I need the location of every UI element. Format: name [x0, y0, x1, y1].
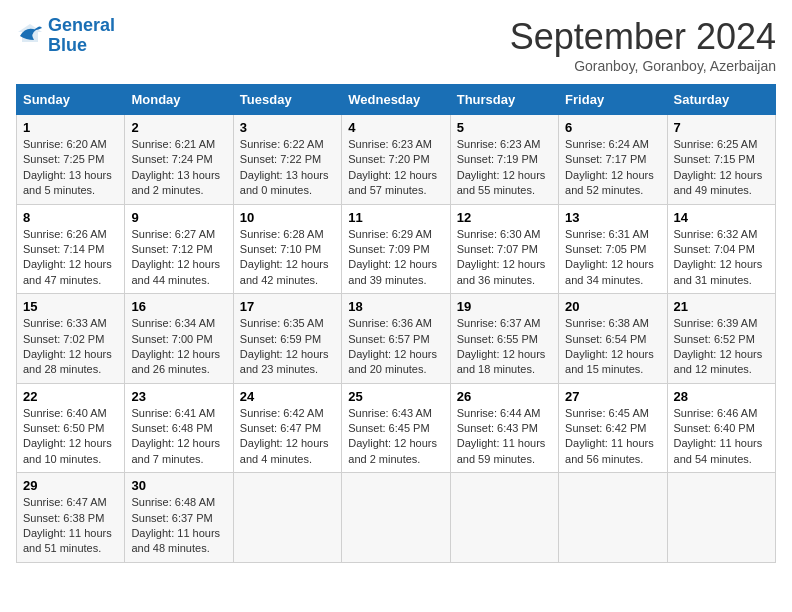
calendar-cell: 29Sunrise: 6:47 AMSunset: 6:38 PMDayligh…	[17, 473, 125, 563]
calendar-cell: 18Sunrise: 6:36 AMSunset: 6:57 PMDayligh…	[342, 294, 450, 384]
logo: General Blue	[16, 16, 115, 56]
header-day: Monday	[125, 85, 233, 115]
day-number: 18	[348, 299, 443, 314]
calendar-cell: 30Sunrise: 6:48 AMSunset: 6:37 PMDayligh…	[125, 473, 233, 563]
calendar-cell	[233, 473, 341, 563]
day-info: Sunrise: 6:47 AMSunset: 6:38 PMDaylight:…	[23, 495, 118, 557]
day-info: Sunrise: 6:48 AMSunset: 6:37 PMDaylight:…	[131, 495, 226, 557]
calendar-cell	[559, 473, 667, 563]
calendar-cell: 24Sunrise: 6:42 AMSunset: 6:47 PMDayligh…	[233, 383, 341, 473]
day-number: 6	[565, 120, 660, 135]
calendar-cell	[342, 473, 450, 563]
day-number: 23	[131, 389, 226, 404]
day-number: 9	[131, 210, 226, 225]
calendar-cell: 28Sunrise: 6:46 AMSunset: 6:40 PMDayligh…	[667, 383, 775, 473]
day-number: 27	[565, 389, 660, 404]
day-number: 8	[23, 210, 118, 225]
day-info: Sunrise: 6:20 AMSunset: 7:25 PMDaylight:…	[23, 137, 118, 199]
day-info: Sunrise: 6:23 AMSunset: 7:20 PMDaylight:…	[348, 137, 443, 199]
calendar-cell: 15Sunrise: 6:33 AMSunset: 7:02 PMDayligh…	[17, 294, 125, 384]
location: Goranboy, Goranboy, Azerbaijan	[510, 58, 776, 74]
calendar-cell: 22Sunrise: 6:40 AMSunset: 6:50 PMDayligh…	[17, 383, 125, 473]
day-info: Sunrise: 6:27 AMSunset: 7:12 PMDaylight:…	[131, 227, 226, 289]
calendar-cell: 16Sunrise: 6:34 AMSunset: 7:00 PMDayligh…	[125, 294, 233, 384]
day-number: 26	[457, 389, 552, 404]
day-number: 11	[348, 210, 443, 225]
day-info: Sunrise: 6:38 AMSunset: 6:54 PMDaylight:…	[565, 316, 660, 378]
day-info: Sunrise: 6:24 AMSunset: 7:17 PMDaylight:…	[565, 137, 660, 199]
day-info: Sunrise: 6:25 AMSunset: 7:15 PMDaylight:…	[674, 137, 769, 199]
day-info: Sunrise: 6:31 AMSunset: 7:05 PMDaylight:…	[565, 227, 660, 289]
day-number: 21	[674, 299, 769, 314]
calendar-cell: 10Sunrise: 6:28 AMSunset: 7:10 PMDayligh…	[233, 204, 341, 294]
day-number: 17	[240, 299, 335, 314]
day-number: 4	[348, 120, 443, 135]
calendar-cell	[667, 473, 775, 563]
calendar-table: SundayMondayTuesdayWednesdayThursdayFrid…	[16, 84, 776, 563]
calendar-week-row: 29Sunrise: 6:47 AMSunset: 6:38 PMDayligh…	[17, 473, 776, 563]
day-number: 16	[131, 299, 226, 314]
calendar-cell: 25Sunrise: 6:43 AMSunset: 6:45 PMDayligh…	[342, 383, 450, 473]
calendar-cell: 17Sunrise: 6:35 AMSunset: 6:59 PMDayligh…	[233, 294, 341, 384]
header-day: Saturday	[667, 85, 775, 115]
day-number: 24	[240, 389, 335, 404]
calendar-cell: 14Sunrise: 6:32 AMSunset: 7:04 PMDayligh…	[667, 204, 775, 294]
day-number: 22	[23, 389, 118, 404]
day-number: 2	[131, 120, 226, 135]
calendar-cell: 1Sunrise: 6:20 AMSunset: 7:25 PMDaylight…	[17, 115, 125, 205]
calendar-cell: 11Sunrise: 6:29 AMSunset: 7:09 PMDayligh…	[342, 204, 450, 294]
day-number: 30	[131, 478, 226, 493]
calendar-cell: 4Sunrise: 6:23 AMSunset: 7:20 PMDaylight…	[342, 115, 450, 205]
day-number: 20	[565, 299, 660, 314]
header-day: Tuesday	[233, 85, 341, 115]
day-info: Sunrise: 6:32 AMSunset: 7:04 PMDaylight:…	[674, 227, 769, 289]
logo-text: General Blue	[48, 16, 115, 56]
calendar-week-row: 15Sunrise: 6:33 AMSunset: 7:02 PMDayligh…	[17, 294, 776, 384]
header-day: Wednesday	[342, 85, 450, 115]
day-number: 25	[348, 389, 443, 404]
calendar-cell: 21Sunrise: 6:39 AMSunset: 6:52 PMDayligh…	[667, 294, 775, 384]
calendar-cell: 8Sunrise: 6:26 AMSunset: 7:14 PMDaylight…	[17, 204, 125, 294]
day-info: Sunrise: 6:39 AMSunset: 6:52 PMDaylight:…	[674, 316, 769, 378]
day-info: Sunrise: 6:26 AMSunset: 7:14 PMDaylight:…	[23, 227, 118, 289]
day-info: Sunrise: 6:36 AMSunset: 6:57 PMDaylight:…	[348, 316, 443, 378]
day-number: 1	[23, 120, 118, 135]
day-info: Sunrise: 6:22 AMSunset: 7:22 PMDaylight:…	[240, 137, 335, 199]
day-info: Sunrise: 6:29 AMSunset: 7:09 PMDaylight:…	[348, 227, 443, 289]
day-info: Sunrise: 6:30 AMSunset: 7:07 PMDaylight:…	[457, 227, 552, 289]
title-block: September 2024 Goranboy, Goranboy, Azerb…	[510, 16, 776, 74]
calendar-week-row: 1Sunrise: 6:20 AMSunset: 7:25 PMDaylight…	[17, 115, 776, 205]
day-info: Sunrise: 6:23 AMSunset: 7:19 PMDaylight:…	[457, 137, 552, 199]
calendar-cell: 7Sunrise: 6:25 AMSunset: 7:15 PMDaylight…	[667, 115, 775, 205]
day-number: 13	[565, 210, 660, 225]
day-info: Sunrise: 6:35 AMSunset: 6:59 PMDaylight:…	[240, 316, 335, 378]
calendar-cell: 26Sunrise: 6:44 AMSunset: 6:43 PMDayligh…	[450, 383, 558, 473]
header-day: Friday	[559, 85, 667, 115]
day-info: Sunrise: 6:21 AMSunset: 7:24 PMDaylight:…	[131, 137, 226, 199]
calendar-cell: 23Sunrise: 6:41 AMSunset: 6:48 PMDayligh…	[125, 383, 233, 473]
calendar-cell: 3Sunrise: 6:22 AMSunset: 7:22 PMDaylight…	[233, 115, 341, 205]
calendar-cell: 6Sunrise: 6:24 AMSunset: 7:17 PMDaylight…	[559, 115, 667, 205]
day-info: Sunrise: 6:34 AMSunset: 7:00 PMDaylight:…	[131, 316, 226, 378]
calendar-cell: 12Sunrise: 6:30 AMSunset: 7:07 PMDayligh…	[450, 204, 558, 294]
calendar-week-row: 8Sunrise: 6:26 AMSunset: 7:14 PMDaylight…	[17, 204, 776, 294]
header-row: SundayMondayTuesdayWednesdayThursdayFrid…	[17, 85, 776, 115]
day-info: Sunrise: 6:37 AMSunset: 6:55 PMDaylight:…	[457, 316, 552, 378]
calendar-cell: 9Sunrise: 6:27 AMSunset: 7:12 PMDaylight…	[125, 204, 233, 294]
day-info: Sunrise: 6:42 AMSunset: 6:47 PMDaylight:…	[240, 406, 335, 468]
calendar-cell	[450, 473, 558, 563]
calendar-week-row: 22Sunrise: 6:40 AMSunset: 6:50 PMDayligh…	[17, 383, 776, 473]
day-info: Sunrise: 6:28 AMSunset: 7:10 PMDaylight:…	[240, 227, 335, 289]
logo-icon	[16, 22, 44, 50]
page-header: General Blue September 2024 Goranboy, Go…	[16, 16, 776, 74]
day-number: 12	[457, 210, 552, 225]
day-info: Sunrise: 6:40 AMSunset: 6:50 PMDaylight:…	[23, 406, 118, 468]
day-number: 7	[674, 120, 769, 135]
day-number: 10	[240, 210, 335, 225]
day-number: 28	[674, 389, 769, 404]
calendar-cell: 19Sunrise: 6:37 AMSunset: 6:55 PMDayligh…	[450, 294, 558, 384]
day-info: Sunrise: 6:46 AMSunset: 6:40 PMDaylight:…	[674, 406, 769, 468]
day-number: 3	[240, 120, 335, 135]
day-info: Sunrise: 6:43 AMSunset: 6:45 PMDaylight:…	[348, 406, 443, 468]
calendar-cell: 20Sunrise: 6:38 AMSunset: 6:54 PMDayligh…	[559, 294, 667, 384]
